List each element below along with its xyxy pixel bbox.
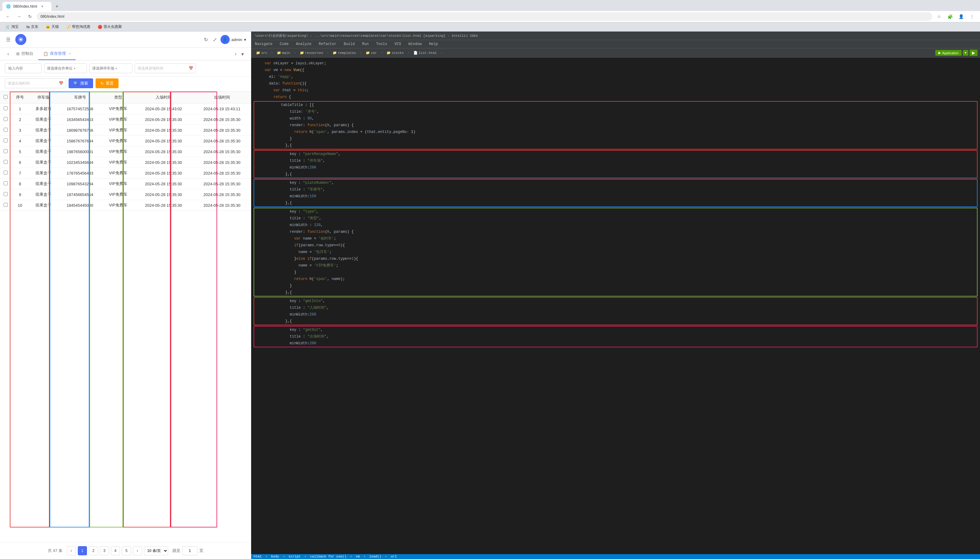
extensions-button[interactable]: 🧩: [946, 12, 954, 21]
search-input[interactable]: [5, 63, 42, 73]
ide-breadcrumb-templates[interactable]: 📁 templates: [330, 50, 358, 56]
ide-menu-vcs[interactable]: VCS: [391, 40, 405, 48]
next-page-button[interactable]: ›: [133, 546, 142, 555]
ide-menu-code[interactable]: Code: [276, 40, 293, 48]
row-checkbox-cell[interactable]: [0, 189, 11, 200]
row-checkbox[interactable]: [4, 117, 8, 121]
back-button[interactable]: ←: [4, 12, 12, 21]
bookmark-star-button[interactable]: ☆: [935, 12, 943, 21]
row-checkbox-cell[interactable]: [0, 104, 11, 114]
nav-next-button[interactable]: ›: [233, 50, 239, 58]
menu-button[interactable]: ⋮: [968, 12, 976, 21]
ide-breadcrumb-car[interactable]: 📁 car: [363, 50, 379, 56]
ide-menu-build[interactable]: Build: [340, 40, 358, 48]
prev-page-button[interactable]: ‹: [67, 546, 76, 555]
page-btn-1[interactable]: 1: [78, 546, 87, 555]
nav-item-inventory[interactable]: 📋 库存管理 ×: [38, 48, 76, 60]
row-checkbox-cell[interactable]: [0, 179, 11, 189]
fullscreen-app-button[interactable]: ⤢: [212, 36, 218, 44]
cell-park: 多多超市: [29, 104, 58, 114]
page-btn-3[interactable]: 3: [100, 546, 109, 555]
active-tab[interactable]: 🌐 080/index.html ×: [2, 2, 51, 11]
nav-item-dashboard[interactable]: ⊞ 控制台: [12, 48, 38, 60]
run-dropdown-button[interactable]: ▾: [963, 50, 968, 56]
partner-select[interactable]: 请选择合作单位 ▾: [44, 63, 87, 73]
row-checkbox-cell[interactable]: [0, 114, 11, 125]
refresh-app-button[interactable]: ↻: [203, 36, 209, 44]
nav-dropdown-button[interactable]: ▾: [239, 50, 246, 58]
ide-breadcrumb-main[interactable]: 📁 main: [274, 50, 293, 56]
address-input[interactable]: [37, 12, 932, 21]
bookmark-jd[interactable]: 🛍 京东: [24, 23, 40, 30]
nav-prev-button[interactable]: ‹: [5, 50, 12, 58]
cell-park: 缤果盒子: [29, 136, 58, 146]
folder-icon-2: 📁: [277, 51, 281, 55]
forward-button[interactable]: →: [15, 12, 23, 21]
exit-date-picker[interactable]: 请选出场时间 📅: [5, 78, 66, 88]
sidebar-toggle-button[interactable]: ☰: [5, 36, 12, 44]
bookmark-tianmao[interactable]: 🐱 天猫: [44, 23, 61, 30]
reset-button[interactable]: ↻ 重置: [96, 78, 119, 88]
ide-breadcrumb-resources[interactable]: 📁 resources: [297, 50, 326, 56]
row-checkbox[interactable]: [4, 149, 8, 153]
ide-breadcrumb-file[interactable]: 📄 list.html: [411, 50, 439, 56]
ide-code-area[interactable]: var okLayer = layui.okLayer; var vm = ne…: [251, 58, 980, 554]
parking-select[interactable]: 请选择停车场 ▾: [89, 63, 132, 73]
ide-menu-window[interactable]: Window: [405, 40, 425, 48]
ide-breadcrumb-stocks[interactable]: 📁 stocks: [384, 50, 407, 56]
row-checkbox[interactable]: [4, 170, 8, 175]
row-checkbox[interactable]: [4, 139, 8, 142]
cell-exit: 2024-05-28 15:35:30: [193, 168, 251, 179]
cell-type: VIP免费车: [102, 189, 134, 200]
goto-label: 跳至: [172, 548, 180, 554]
parking-select-label: 请选择停车场: [92, 66, 114, 71]
ide-menu-tools[interactable]: Tools: [372, 40, 391, 48]
row-checkbox[interactable]: [4, 128, 8, 132]
user-profile[interactable]: 👤 admin ▾: [220, 35, 246, 44]
goto-input[interactable]: [182, 546, 198, 555]
ide-menu-analyze[interactable]: Analyze: [292, 40, 315, 48]
bookmark-taoyouhui[interactable]: 🧭 帮您淘优惠: [64, 23, 92, 30]
page-btn-2[interactable]: 2: [89, 546, 98, 555]
search-icon: 🔍: [73, 81, 78, 86]
code-line-41: minWidth:200: [254, 340, 977, 347]
profile-button[interactable]: 👤: [957, 12, 965, 21]
row-checkbox[interactable]: [4, 181, 8, 185]
select-all-checkbox[interactable]: [4, 95, 8, 99]
ide-statusbar: html › body › script › callback for use(…: [251, 554, 980, 559]
ide-menu-navigate[interactable]: Navigate: [251, 40, 276, 48]
row-checkbox-cell[interactable]: [0, 157, 11, 168]
data-table: 序号 停车场 车牌号 类型 入场时间 出场时间 1 多多超市 167574572…: [0, 92, 251, 211]
row-checkbox[interactable]: [4, 203, 8, 207]
code-line-32: return h('span', name);: [254, 276, 977, 283]
new-tab-button[interactable]: +: [53, 2, 61, 11]
ide-breadcrumb-src[interactable]: 📁 src: [254, 50, 270, 56]
row-checkbox-cell[interactable]: [0, 136, 11, 146]
enter-date-picker[interactable]: 请选择进场时间 📅: [135, 63, 196, 73]
page-btn-5[interactable]: 5: [122, 546, 131, 555]
bookmark-taobao[interactable]: 🛒 淘宝: [4, 23, 20, 30]
per-page-select[interactable]: 10 条/页 20 条/页 50 条/页: [144, 546, 168, 555]
bookmark-yinghuochong[interactable]: 🔴 萤火虫惠聚: [96, 23, 124, 30]
row-checkbox[interactable]: [4, 192, 8, 196]
cell-id: 1: [11, 104, 29, 114]
code-line-14: key : "parkManageName",: [254, 151, 977, 157]
row-checkbox-cell[interactable]: [0, 200, 11, 211]
search-button[interactable]: 🔍 搜索: [69, 78, 93, 88]
play-run-button[interactable]: ▶: [970, 50, 978, 56]
tab-close-button[interactable]: ×: [40, 4, 45, 9]
ide-menu-refactor[interactable]: Refactor: [315, 40, 340, 48]
row-checkbox-cell[interactable]: [0, 168, 11, 179]
ide-menu-help[interactable]: Help: [425, 40, 441, 48]
row-checkbox[interactable]: [4, 160, 8, 164]
ide-menu-run[interactable]: Run: [358, 40, 372, 48]
inventory-tab-close[interactable]: ×: [69, 52, 71, 55]
page-btn-4[interactable]: 4: [111, 546, 120, 555]
pagination: 共 47 条 ‹ 1 2 3 4 5 › 10 条/页 20 条/页 50 条/…: [0, 542, 251, 559]
tianmao-label: 天猫: [51, 24, 59, 30]
refresh-button[interactable]: ↻: [26, 12, 34, 21]
row-checkbox-cell[interactable]: [0, 125, 11, 136]
run-button[interactable]: ▶ Application: [935, 50, 962, 56]
row-checkbox-cell[interactable]: [0, 146, 11, 157]
row-checkbox[interactable]: [4, 106, 8, 110]
